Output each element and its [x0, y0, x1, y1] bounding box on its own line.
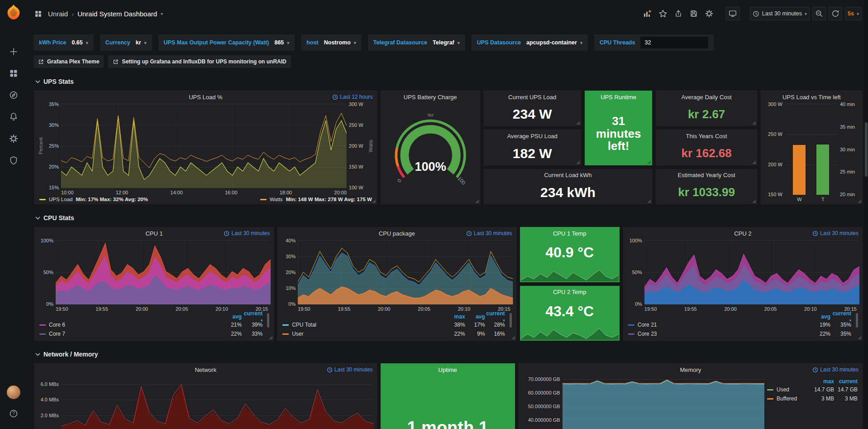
panel-title[interactable]: This Years Cost: [686, 133, 727, 140]
panel-title[interactable]: CPU 1: [145, 230, 162, 237]
alerting-bell-icon[interactable]: [4, 108, 24, 126]
share-icon[interactable]: [672, 7, 685, 20]
panel-title[interactable]: CPU package: [379, 230, 415, 237]
legend-header-max[interactable]: max: [445, 313, 465, 320]
legend-header-avg[interactable]: avg: [465, 313, 485, 320]
cpu2-chart[interactable]: [644, 240, 859, 304]
page-scrollbar[interactable]: [864, 0, 868, 429]
refresh-interval-select[interactable]: 5s ▾: [845, 7, 862, 20]
panel-title[interactable]: CPU 2: [734, 230, 751, 237]
panel-resize-handle[interactable]: [269, 336, 272, 339]
help-icon[interactable]: ?: [4, 405, 24, 423]
server-admin-shield-icon[interactable]: [4, 151, 24, 169]
user-avatar[interactable]: [7, 386, 20, 399]
cpu-package-chart[interactable]: [298, 240, 513, 304]
series-name[interactable]: User: [292, 331, 303, 337]
panel-resize-handle[interactable]: [372, 199, 376, 203]
apps-grid-icon[interactable]: [32, 7, 44, 20]
variable-value-dropdown[interactable]: 0.65▾: [72, 39, 88, 46]
cpu-threads-input[interactable]: 32: [640, 37, 708, 48]
configuration-gear-icon[interactable]: [4, 130, 24, 148]
legend-scrollbar[interactable]: [510, 313, 512, 328]
legend-header-avg[interactable]: avg: [221, 313, 242, 320]
panel-resize-handle[interactable]: [576, 160, 580, 164]
panel-title[interactable]: UPS Battery Charge: [404, 94, 457, 101]
series-name[interactable]: CPU Total: [292, 322, 316, 328]
variable-value-dropdown[interactable]: kr▾: [136, 39, 147, 46]
panel-title[interactable]: Average Daily Cost: [682, 94, 732, 101]
star-icon[interactable]: [657, 7, 669, 20]
panel-resize-handle[interactable]: [576, 121, 580, 125]
cpu1-chart[interactable]: [56, 240, 271, 304]
legend-header-current[interactable]: current ▾: [242, 310, 262, 323]
panel-title[interactable]: Current UPS Load: [508, 94, 556, 101]
variable-value-dropdown[interactable]: Nostromo▾: [324, 39, 356, 46]
series-name[interactable]: Core 23: [638, 331, 657, 337]
panel-title[interactable]: Network: [195, 366, 216, 373]
ups-bars-chart[interactable]: [785, 104, 838, 195]
panel-title[interactable]: Average PSU Load: [507, 133, 558, 140]
panel-resize-handle[interactable]: [752, 121, 756, 125]
save-icon[interactable]: [687, 7, 700, 20]
panel-resize-handle[interactable]: [615, 336, 618, 339]
dashboards-icon[interactable]: [4, 64, 24, 82]
explore-compass-icon[interactable]: [4, 86, 24, 104]
panel-resize-handle[interactable]: [475, 199, 479, 203]
panel-title[interactable]: CPU 2 Temp: [553, 289, 586, 295]
refresh-icon[interactable]: [829, 7, 842, 20]
legend-header-current[interactable]: current: [834, 378, 858, 385]
series-name[interactable]: Used: [777, 386, 789, 393]
breadcrumb-app[interactable]: Unraid: [48, 10, 68, 18]
panel-title[interactable]: UPS Load vs Time left: [782, 94, 841, 101]
panel-resize-handle[interactable]: [511, 336, 515, 339]
bar-T[interactable]: [816, 145, 829, 195]
legend-scrollbar[interactable]: [267, 313, 269, 328]
panel-resize-handle[interactable]: [615, 277, 618, 281]
series-name[interactable]: Buffered: [777, 395, 797, 402]
panel-resize-handle[interactable]: [858, 336, 861, 339]
ups-load-chart[interactable]: [61, 104, 347, 188]
grafana-logo-icon[interactable]: [5, 4, 22, 21]
section-header-cpu-stats[interactable]: CPU Stats: [35, 213, 862, 222]
series-name[interactable]: Core 21: [638, 322, 657, 328]
variable-value-dropdown[interactable]: apcupsd-container▾: [526, 39, 582, 46]
panel-resize-handle[interactable]: [752, 160, 756, 164]
network-chart[interactable]: [61, 376, 374, 429]
panel-resize-handle[interactable]: [858, 199, 861, 203]
legend-header-max[interactable]: max: [811, 378, 834, 385]
panel-title[interactable]: Estimated Yearly Cost: [678, 172, 735, 178]
series-name[interactable]: Core 6: [49, 322, 65, 328]
series-name[interactable]: Core 7: [49, 331, 65, 337]
create-icon[interactable]: [4, 43, 24, 61]
panel-resize-handle[interactable]: [647, 160, 651, 164]
panel-title[interactable]: UPS Runtime: [601, 94, 636, 101]
variable-value-dropdown[interactable]: Telegraf▾: [433, 39, 460, 46]
panel-title[interactable]: Memory: [680, 366, 701, 373]
series-name[interactable]: UPS Load: [49, 197, 72, 202]
panel-title[interactable]: UPS Load %: [189, 94, 222, 101]
zoom-out-icon[interactable]: [812, 7, 826, 20]
battery-gauge[interactable]: 050100100%: [381, 103, 480, 204]
add-panel-icon[interactable]: [640, 7, 654, 20]
panel-title[interactable]: Uptime: [439, 366, 457, 373]
panel-resize-handle[interactable]: [752, 199, 756, 203]
panel-title[interactable]: Current Load kWh: [544, 172, 592, 178]
memory-chart[interactable]: [563, 376, 764, 429]
panel-resize-handle[interactable]: [647, 199, 651, 203]
panel-title[interactable]: CPU 1 Temp: [553, 230, 586, 237]
legend-header-avg[interactable]: avg: [810, 313, 830, 320]
link-ups-monitoring-guide[interactable]: Setting up Grafana and InfluxDB for UPS …: [108, 55, 291, 68]
dashboard-title[interactable]: Unraid System Dashboard: [77, 10, 157, 18]
link-grafana-plex-theme[interactable]: Grafana Plex Theme: [33, 55, 104, 68]
section-header-network-memory[interactable]: Network / Memory: [35, 350, 862, 359]
legend-header-current[interactable]: current ▾: [830, 310, 851, 323]
settings-gear-icon[interactable]: [703, 7, 715, 20]
tv-cycle-view-icon[interactable]: [725, 7, 740, 20]
variable-value-dropdown[interactable]: 865▾: [274, 39, 289, 46]
series-name[interactable]: Watts: [270, 197, 283, 202]
legend-header-current[interactable]: current ▾: [485, 310, 505, 323]
bar-W[interactable]: [793, 145, 806, 195]
legend-scrollbar[interactable]: [856, 313, 858, 328]
page-scrollbar-thumb[interactable]: [865, 122, 868, 177]
section-header-ups-stats[interactable]: UPS Stats: [35, 77, 862, 86]
